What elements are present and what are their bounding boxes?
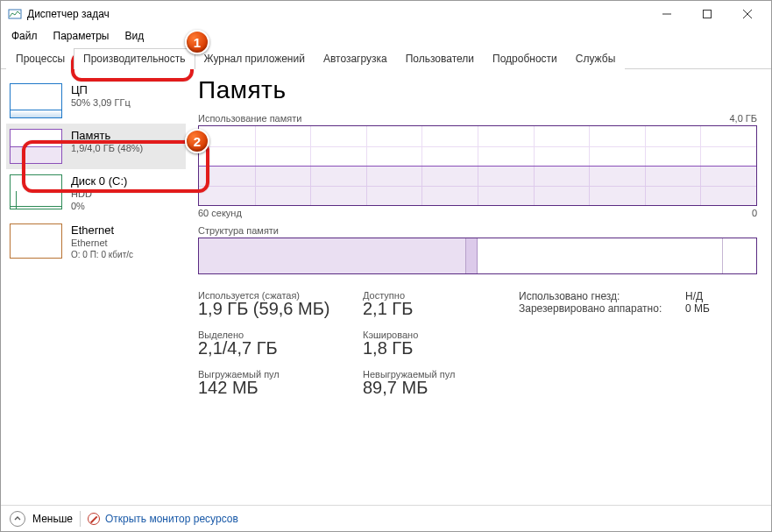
annotation-badge-2: 2 [185,129,209,153]
sidebar-item-disk[interactable]: Диск 0 (C:) HDD 0% [6,169,186,218]
sidebar-item-label: Диск 0 (C:) [71,174,127,188]
tab-processes[interactable]: Процессы [6,48,74,69]
sidebar-item-memory[interactable]: Память 1,9/4,0 ГБ (48%) [6,124,186,169]
maximize-button[interactable] [687,1,727,27]
resource-monitor-icon [88,513,100,525]
used-value: 1,9 ГБ (59,6 МБ) [198,299,356,319]
sidebar-item-label: Ethernet [71,223,133,238]
open-resource-monitor-link[interactable]: Открыть монитор ресурсов [88,513,238,525]
content-area: ЦП 50% 3,09 ГГц Память 1,9/4,0 ГБ (48%) … [1,69,771,505]
cached-value: 1,8 ГБ [363,338,512,358]
menu-view[interactable]: Вид [117,28,151,44]
composition-in-use [199,238,466,273]
window-title: Диспетчер задач [27,8,110,20]
minimize-button[interactable] [647,1,687,27]
tab-services[interactable]: Службы [566,48,625,69]
tab-startup[interactable]: Автозагрузка [314,48,397,69]
sidebar-item-cpu[interactable]: ЦП 50% 3,09 ГГц [6,78,186,124]
sidebar-item-label: Память [71,129,143,143]
bottom-bar: Меньше Открыть монитор ресурсов [1,505,771,531]
title-bar: Диспетчер задач [1,1,771,27]
sidebar-item-sub2: 0% [71,201,127,213]
time-right: 0 [752,208,757,218]
composition-label: Структура памяти [198,225,757,236]
tab-app-history[interactable]: Журнал приложений [195,48,315,69]
menu-file[interactable]: Файл [4,28,45,44]
usage-max: 4,0 ГБ [729,113,757,124]
composition-standby [478,238,723,273]
memory-thumb [10,129,62,164]
hw-reserved-label: Зарезервировано аппаратно: [519,302,676,315]
performance-main: Память Использование памяти 4,0 ГБ 60 се… [191,69,771,505]
sidebar-item-sub: HDD [71,188,127,201]
fewer-details-icon[interactable] [10,511,25,527]
sidebar-item-label: ЦП [71,83,131,97]
nonpaged-value: 89,7 МБ [363,378,512,398]
page-title: Память [198,76,757,104]
sidebar-item-sub2: О: 0 П: 0 кбит/с [71,250,133,261]
memory-composition-chart[interactable] [198,238,757,274]
fewer-details-button[interactable]: Меньше [32,513,73,525]
disk-thumb [10,174,62,209]
slots-label: Использовано гнезд: [519,290,676,302]
sidebar-item-sub: 1,9/4,0 ГБ (48%) [71,143,143,155]
menu-bar: Файл Параметры Вид [1,27,771,45]
slots-value: Н/Д [685,290,703,302]
composition-modified [466,238,478,273]
available-value: 2,1 ГБ [363,299,512,319]
sidebar-item-sub: Ethernet [71,238,133,250]
annotation-badge-1: 1 [185,30,209,54]
hw-reserved-value: 0 МБ [685,302,710,315]
svg-rect-2 [704,11,712,18]
menu-options[interactable]: Параметры [46,28,117,44]
performance-sidebar: ЦП 50% 3,09 ГГц Память 1,9/4,0 ГБ (48%) … [1,69,191,505]
divider [80,511,81,527]
tab-details[interactable]: Подробности [483,48,567,69]
sidebar-item-ethernet[interactable]: Ethernet Ethernet О: 0 П: 0 кбит/с [6,218,186,266]
time-left: 60 секунд [198,208,242,218]
app-icon [8,7,22,21]
svg-rect-0 [9,10,21,18]
composition-free [723,238,756,273]
usage-label: Использование памяти [198,113,301,124]
cpu-thumb [10,83,62,118]
memory-stats: Используется (сжатая) 1,9 ГБ (59,6 МБ) Д… [198,290,757,398]
ethernet-thumb [10,223,62,259]
paged-value: 142 МБ [198,378,356,398]
allocated-value: 2,1/4,7 ГБ [198,338,356,358]
memory-usage-chart[interactable] [198,125,757,206]
tab-performance[interactable]: Производительность [74,48,195,69]
close-button[interactable] [727,1,768,27]
tab-users[interactable]: Пользователи [396,48,484,69]
tab-strip: Процессы Производительность Журнал прило… [1,45,771,69]
resource-monitor-label: Открыть монитор ресурсов [105,513,238,525]
sidebar-item-sub: 50% 3,09 ГГц [71,97,131,110]
